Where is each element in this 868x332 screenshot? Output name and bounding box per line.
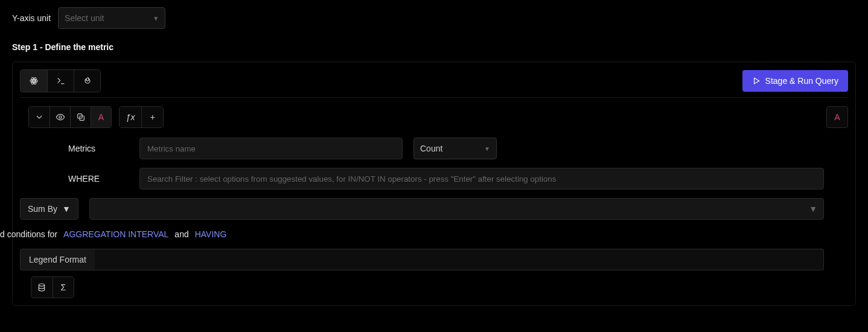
add-conditions-row: + Add conditions for AGGREGATION INTERVA… — [20, 228, 824, 240]
svg-marker-5 — [754, 78, 759, 83]
groupby-value-select[interactable]: ▼ — [89, 198, 824, 220]
query-block: A ƒx + A Metrics Count ▼ WHERE — [20, 97, 848, 298]
groupby-label: Sum By — [28, 204, 57, 214]
terminal-icon — [56, 76, 66, 86]
chevron-down-icon: ▼ — [153, 15, 159, 22]
collapse-query-button[interactable] — [29, 107, 49, 127]
groupby-select[interactable]: Sum By ▼ — [20, 198, 78, 220]
add-function-button[interactable]: + — [141, 107, 163, 127]
step-heading: Step 1 - Define the metric — [12, 42, 856, 52]
aggregation-select[interactable]: Count ▼ — [413, 138, 497, 159]
metrics-label: Metrics — [68, 144, 129, 153]
chevron-down-icon: ▼ — [484, 145, 490, 152]
play-icon — [752, 77, 761, 85]
function-group: ƒx + — [119, 106, 164, 128]
yaxis-unit-select[interactable]: Select unit ▼ — [58, 7, 165, 29]
query-footer-tools: Σ — [31, 276, 74, 298]
chevron-down-icon — [34, 112, 44, 122]
flame-icon — [83, 76, 92, 86]
svg-point-6 — [59, 116, 62, 118]
metrics-name-input[interactable] — [139, 138, 403, 159]
where-label: WHERE — [68, 174, 129, 184]
having-link[interactable]: HAVING — [195, 229, 227, 239]
conditions-and: and — [174, 229, 188, 239]
conditions-prefix: Add conditions for — [0, 229, 57, 239]
builder-mode-button[interactable] — [21, 70, 47, 92]
limit-button[interactable] — [31, 277, 53, 298]
metric-panel: Stage & Run Query A ƒx + A — [12, 62, 856, 306]
stage-run-button[interactable]: Stage & Run Query — [742, 70, 848, 92]
chevron-down-icon: ▼ — [809, 204, 817, 214]
legend-format-label: Legend Format — [20, 249, 95, 270]
where-filter-input[interactable] — [139, 168, 824, 190]
eye-icon — [56, 112, 65, 122]
promql-mode-button[interactable] — [74, 70, 100, 92]
function-button[interactable]: ƒx — [120, 107, 141, 127]
mode-toggle-group — [20, 69, 101, 92]
query-header-group: A — [28, 106, 112, 128]
svg-point-0 — [33, 80, 35, 82]
sigma-button[interactable]: Σ — [53, 277, 74, 298]
copy-icon — [76, 112, 86, 122]
yaxis-unit-label: Y-axis unit — [12, 13, 51, 23]
code-mode-button[interactable] — [47, 70, 74, 92]
atom-icon — [29, 76, 39, 86]
query-letter-tab[interactable]: A — [91, 107, 111, 127]
legend-format-input[interactable] — [95, 249, 824, 270]
chevron-down-icon: ▼ — [62, 204, 71, 214]
duplicate-query-button[interactable] — [70, 107, 91, 127]
database-icon — [37, 283, 46, 292]
query-letter-badge: A — [826, 106, 848, 128]
stage-run-label: Stage & Run Query — [765, 76, 838, 86]
yaxis-unit-placeholder: Select unit — [65, 13, 104, 23]
svg-point-9 — [39, 284, 45, 286]
toggle-visibility-button[interactable] — [49, 107, 70, 127]
aggregation-interval-link[interactable]: AGGREGATION INTERVAL — [63, 229, 168, 239]
aggregation-value: Count — [420, 144, 442, 153]
